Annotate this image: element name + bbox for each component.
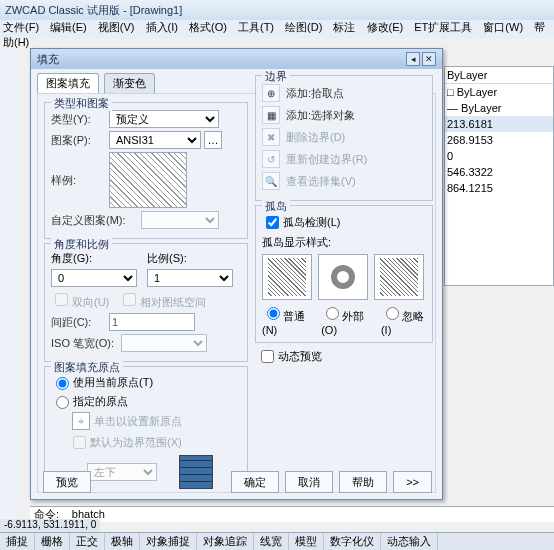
status-lwt[interactable]: 线宽 [254, 533, 289, 550]
num-2: 0 [445, 148, 553, 164]
radio-specified-origin[interactable] [56, 396, 69, 409]
dynamic-preview-checkbox[interactable] [261, 350, 274, 363]
default-extent-checkbox [73, 436, 86, 449]
origin-preview-swatch [179, 455, 213, 489]
custom-pattern-select [141, 211, 219, 229]
status-dyn[interactable]: 动态输入 [381, 533, 438, 550]
app-title-bar: ZWCAD Classic 试用版 - [Drawing1] [0, 0, 554, 20]
command-line[interactable]: 命令: _bhatch [30, 506, 554, 522]
island-style-ignore[interactable] [374, 254, 424, 300]
status-snap[interactable]: 捕捉 [0, 533, 35, 550]
status-otrack[interactable]: 对象追踪 [197, 533, 254, 550]
ok-button[interactable]: 确定 [231, 471, 279, 493]
properties-panel: ByLayer □ ByLayer — ByLayer 213.6181 268… [444, 66, 554, 286]
status-grid[interactable]: 栅格 [35, 533, 70, 550]
menu-file[interactable]: 文件(F) [3, 21, 39, 33]
dialog-title-bar[interactable]: 填充 ◂ ✕ [31, 49, 442, 69]
radio-island-normal[interactable] [267, 307, 280, 320]
island-style-normal[interactable] [262, 254, 312, 300]
status-polar[interactable]: 极轴 [105, 533, 140, 550]
menu-draw[interactable]: 绘图(D) [285, 21, 322, 33]
view-selection-icon: 🔍 [262, 172, 280, 190]
island-style-outer[interactable] [318, 254, 368, 300]
pin-icon[interactable]: ◂ [406, 52, 420, 66]
menu-view[interactable]: 视图(V) [98, 21, 135, 33]
layer-combo[interactable]: ByLayer [445, 67, 553, 84]
linetype-bylayer[interactable]: □ ByLayer [445, 84, 553, 100]
scale-select[interactable]: 1 [147, 269, 233, 287]
select-object-icon[interactable]: ▦ [262, 106, 280, 124]
help-button[interactable]: 帮助 [339, 471, 387, 493]
expand-button[interactable]: >> [393, 471, 432, 493]
preview-button[interactable]: 预览 [43, 471, 91, 493]
group-island: 孤岛 孤岛检测(L) 孤岛显示样式: 普通(N) 外部(O) 忽略(I) [255, 205, 433, 343]
radio-island-outer[interactable] [326, 307, 339, 320]
menu-bar[interactable]: 文件(F) 编辑(E) 视图(V) 插入(I) 格式(O) 工具(T) 绘图(D… [0, 20, 554, 38]
status-digitizer[interactable]: 数字化仪 [324, 533, 381, 550]
tab-hatch[interactable]: 图案填充 [37, 73, 99, 93]
menu-format[interactable]: 格式(O) [189, 21, 227, 33]
iso-pen-select [121, 334, 207, 352]
menu-window[interactable]: 窗口(W) [483, 21, 523, 33]
num-3: 546.3322 [445, 164, 553, 180]
radio-island-ignore[interactable] [386, 307, 399, 320]
pattern-select[interactable]: ANSI31 [109, 131, 201, 149]
pattern-swatch[interactable] [109, 152, 187, 208]
group-type-pattern: 类型和图案 类型(Y): 预定义 图案(P): ANSI31 … 样例: 自定义… [44, 102, 248, 239]
dialog-title: 填充 [37, 49, 59, 69]
menu-et[interactable]: ET扩展工具 [414, 21, 472, 33]
radio-current-origin[interactable] [56, 377, 69, 390]
close-icon[interactable]: ✕ [422, 52, 436, 66]
cancel-button[interactable]: 取消 [285, 471, 333, 493]
group-angle-scale: 角度和比例 角度(G): 比例(S): 0 1 双向(U) 相对图纸空间 间距(… [44, 243, 248, 362]
left-toolbox[interactable] [0, 48, 18, 528]
num-1: 268.9153 [445, 132, 553, 148]
menu-insert[interactable]: 插入(I) [146, 21, 178, 33]
menu-tools[interactable]: 工具(T) [238, 21, 274, 33]
num-4: 864.1215 [445, 180, 553, 196]
menu-modify[interactable]: 修改(E) [367, 21, 404, 33]
remove-boundary-icon: ✖ [262, 128, 280, 146]
relpaper-checkbox [123, 293, 136, 306]
hatch-dialog: 填充 ◂ ✕ 图案填充 渐变色 类型和图案 类型(Y): 预定义 图案(P): … [30, 48, 443, 500]
menu-edit[interactable]: 编辑(E) [50, 21, 87, 33]
tab-gradient[interactable]: 渐变色 [104, 73, 155, 93]
status-bar[interactable]: 捕捉 栅格 正交 极轴 对象捕捉 对象追踪 线宽 模型 数字化仪 动态输入 [0, 532, 554, 550]
coord-readout: -6.9113, 531.1911, 0 [0, 519, 100, 532]
status-model[interactable]: 模型 [289, 533, 324, 550]
double-checkbox [55, 293, 68, 306]
num-0: 213.6181 [445, 116, 553, 132]
pick-point-icon[interactable]: ⊕ [262, 93, 280, 102]
spacing-input [109, 313, 195, 331]
island-detect-checkbox[interactable] [266, 216, 279, 229]
app-title: ZWCAD Classic 试用版 - [Drawing1] [5, 0, 182, 20]
pick-origin-icon: ⌖ [72, 412, 90, 430]
group-boundary: 边界 ⊕添加:拾取点 ▦添加:选择对象 ✖删除边界(D) ↺重新创建边界(R) … [255, 93, 433, 201]
origin-pos-select: 左下 [87, 463, 157, 481]
recreate-boundary-icon: ↺ [262, 150, 280, 168]
menu-dim[interactable]: 标注 [333, 21, 355, 33]
status-ortho[interactable]: 正交 [70, 533, 105, 550]
status-osnap[interactable]: 对象捕捉 [140, 533, 197, 550]
lineweight-bylayer[interactable]: — ByLayer [445, 100, 553, 116]
angle-select[interactable]: 0 [51, 269, 137, 287]
pattern-browse-button[interactable]: … [204, 131, 222, 149]
type-select[interactable]: 预定义 [109, 110, 219, 128]
